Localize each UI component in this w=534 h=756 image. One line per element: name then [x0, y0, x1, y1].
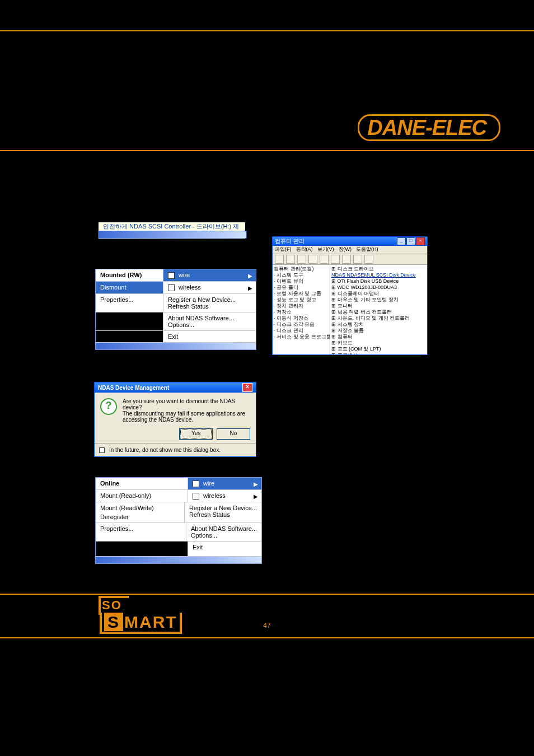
tree-item[interactable]: · 서비스 및 응용 프로그램 — [274, 334, 329, 340]
toolbar-button[interactable] — [308, 255, 317, 264]
menu-item-mount-ro[interactable]: Mount (Read-only) — [96, 490, 188, 502]
tree-item[interactable]: ⊞ OTi Flash Disk USB Device — [331, 278, 426, 284]
window-titlebar[interactable]: 컴퓨터 관리 _ □ × — [273, 237, 427, 246]
toolbar-button[interactable] — [286, 255, 295, 264]
message-line: Are you sure you want to dismount the ND… — [123, 398, 250, 410]
dialog-title: NDAS Device Management — [98, 385, 169, 391]
menu-item-about[interactable]: About NDAS Software... — [191, 525, 257, 532]
tree-item[interactable]: ⊞ 디스크 드라이브 — [331, 266, 426, 272]
menu-label: wireless — [179, 284, 201, 291]
toolbar-button[interactable] — [275, 255, 284, 264]
tree-item[interactable]: · 성능 로그 및 경고 — [274, 297, 329, 303]
tree-item[interactable]: ⊞ 저장소 볼륨 — [331, 328, 426, 334]
page: DANE-ELEC 안전하게 NDAS SCSI Controller - 드라… — [0, 0, 534, 756]
menu-item-dismount[interactable]: Dismount — [96, 282, 163, 293]
menu-item-register[interactable]: Register a New Device... — [189, 505, 257, 511]
spacer — [96, 542, 188, 556]
page-number: 47 — [263, 622, 270, 629]
menu-item-wire[interactable]: wire ▶ — [163, 269, 256, 281]
tree-item[interactable]: · 디스크 조각 모음 — [274, 321, 329, 328]
menu-help[interactable]: 도움말(H) — [356, 246, 378, 254]
menu-label: wire — [179, 272, 190, 278]
so-smart-logo: SO SMART — [99, 596, 182, 634]
tree-item[interactable]: ⊞ 범용 직렬 버스 컨트롤러 — [331, 309, 426, 315]
menu-item-refresh[interactable]: Refresh Status — [189, 511, 257, 518]
tree-item[interactable]: ⊞ 키보드 — [331, 340, 426, 346]
left-tree[interactable]: 컴퓨터 관리(로컬)· 시스템 도구 · 이벤트 뷰어 · 공유 폴더 · 로컬… — [273, 265, 330, 354]
tree-item[interactable]: ⊞ 컴퓨터 — [331, 334, 426, 340]
tree-item[interactable]: ⊞ 디스플레이 어댑터 — [331, 291, 426, 297]
menu-item-wire[interactable]: wire ▶ — [188, 478, 261, 489]
minimize-button[interactable]: _ — [397, 237, 406, 245]
toolbar-button[interactable] — [353, 255, 362, 264]
menu-item-refresh[interactable]: Refresh Status — [168, 303, 251, 310]
chevron-right-icon: ▶ — [254, 480, 258, 487]
dane-elec-logo: DANE-ELEC — [358, 114, 500, 141]
tree-item[interactable]: · 저장소 — [274, 309, 329, 315]
window-title: 컴퓨터 관리 — [275, 237, 305, 245]
menu-window[interactable]: 창(W) — [339, 246, 352, 254]
menu-group: Mount (Read/Write) Deregister — [96, 502, 185, 522]
menu-item-wireless[interactable]: wireless ▶ — [188, 490, 261, 502]
tree-item[interactable]: ⊞ 사운드, 비디오 및 게임 컨트롤러 — [331, 315, 426, 321]
tree-item[interactable]: · 이동식 저장소 — [274, 315, 329, 321]
menu-view[interactable]: 보기(V) — [317, 246, 334, 254]
toolbar-button[interactable] — [364, 255, 373, 264]
dialog-titlebar[interactable]: NDAS Device Management × — [95, 382, 256, 393]
checkbox[interactable] — [99, 447, 105, 453]
menu-label: wireless — [203, 492, 226, 499]
toolbar-button[interactable] — [297, 255, 306, 264]
checkbox-icon — [168, 284, 175, 291]
toolbar-button[interactable] — [320, 255, 329, 264]
menu-item-options[interactable]: Options... — [191, 532, 257, 539]
menu-item-options[interactable]: Options... — [168, 321, 251, 328]
tree-item[interactable]: · 장치 관리자 — [274, 303, 329, 309]
menu-item-register[interactable]: Register a New Device... — [168, 296, 251, 303]
menu-bar[interactable]: 파일(F) 동작(A) 보기(V) 창(W) 도움말(H) — [273, 246, 427, 254]
taskbar-strip — [98, 231, 247, 239]
tree-item[interactable]: ⊞ 모니터 — [331, 303, 426, 309]
menu-item-deregister[interactable]: Deregister — [100, 514, 180, 520]
tree-item[interactable]: NDAS NDASEMUL SCSI Disk Device — [331, 272, 426, 278]
spacer — [96, 312, 163, 330]
menu-file[interactable]: 파일(F) — [275, 246, 292, 254]
taskbar-strip — [96, 557, 261, 563]
tree-item[interactable]: ⊞ 포트 (COM 및 LPT) — [331, 346, 426, 352]
tree-item[interactable]: · 로컬 사용자 및 그룹 — [274, 291, 329, 297]
menu-item-exit[interactable]: Exit — [188, 542, 261, 556]
toolbar-button[interactable] — [331, 255, 340, 264]
taskbar-strip — [96, 343, 256, 349]
menu-label: wire — [203, 480, 214, 487]
right-tree[interactable]: ⊞ 디스크 드라이브NDAS NDASEMUL SCSI Disk Device… — [330, 265, 427, 354]
tree-item[interactable]: ⊞ 시스템 장치 — [331, 321, 426, 328]
tray-menu-mounted: Mounted (RW) wire ▶ Dismount wireless ▶ … — [95, 269, 256, 350]
menu-item-exit[interactable]: Exit — [163, 331, 256, 342]
tree-item[interactable]: · 공유 폴더 — [274, 284, 329, 291]
footer: SO SMART 47 — [0, 595, 534, 635]
tray-menu-online: Online wire ▶ Mount (Read-only) wireless… — [95, 477, 262, 564]
menu-action[interactable]: 동작(A) — [296, 246, 313, 254]
toolbar-button[interactable] — [342, 255, 351, 264]
close-button[interactable]: × — [242, 383, 252, 392]
close-button[interactable]: × — [416, 237, 425, 245]
tree-item[interactable]: ⊞ 마우스 및 기타 포인팅 장치 — [331, 297, 426, 303]
menu-item-wireless[interactable]: wireless ▶ — [163, 282, 256, 293]
menu-item-about[interactable]: About NDAS Software... — [168, 315, 251, 321]
menu-item-properties[interactable]: Properties... — [96, 523, 186, 541]
tree-item[interactable]: · 시스템 도구 — [274, 272, 329, 278]
chevron-right-icon: ▶ — [248, 272, 252, 278]
tree-item[interactable]: 컴퓨터 관리(로컬) — [274, 266, 329, 272]
tree-item[interactable]: ⊞ 프로세서 — [331, 352, 426, 354]
logo-smart: SMART — [100, 613, 182, 634]
menu-item-properties[interactable]: Properties... — [96, 294, 163, 312]
status-online: Online — [96, 478, 188, 489]
maximize-button[interactable]: □ — [406, 237, 415, 245]
yes-button[interactable]: Yes — [179, 428, 213, 440]
tree-item[interactable]: · 디스크 관리 — [274, 328, 329, 334]
tree-item[interactable]: · 이벤트 뷰어 — [274, 278, 329, 284]
no-button[interactable]: No — [217, 428, 250, 440]
logo-s: S — [104, 613, 123, 631]
menu-item-mount-rw[interactable]: Mount (Read/Write) — [100, 505, 180, 511]
divider — [0, 637, 534, 638]
tree-item[interactable]: ⊞ WDC WD1200JB-00DUA3 — [331, 284, 426, 291]
